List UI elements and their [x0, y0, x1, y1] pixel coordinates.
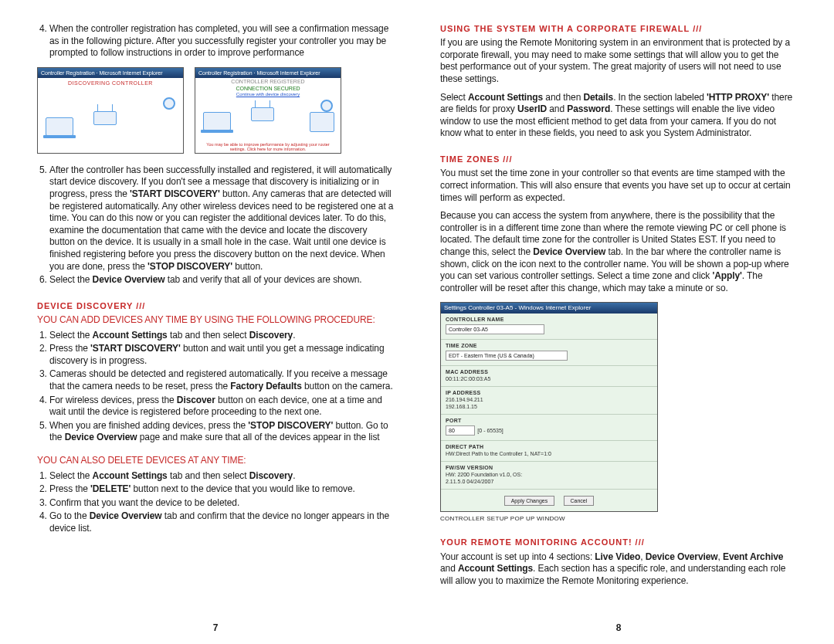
two-page-spread: When the controller registration has com… [0, 0, 834, 644]
laptop-icon [203, 112, 231, 130]
del-step-2: Press the 'DELETE' button next to the de… [49, 483, 394, 496]
page-number-right: 8 [440, 622, 797, 636]
settings-buttons: Apply Changes Cancel [441, 490, 657, 511]
right-content: USING THE SYSTEM WITH A CORPORATE FIREWA… [440, 23, 797, 593]
row-controller-name: CONTROLLER NAME Controller 03-A5 [441, 314, 657, 340]
registration-steps-continued-2: After the controller has been successful… [37, 164, 394, 286]
add-step-5: When you are finished adding devices, pr… [49, 420, 394, 444]
apply-button: Apply Changes [504, 496, 554, 506]
heading-device-discovery: DEVICE DISCOVERY /// [37, 300, 394, 311]
camera-icon [320, 100, 333, 112]
fig2-line1: CONTROLLER REGISTERED [195, 78, 341, 85]
fig1-titlebar: Controller Registration · Microsoft Inte… [38, 68, 183, 78]
delete-device-steps: Select the Account Settings tab and then… [37, 470, 394, 535]
t: tab and verify that all of your devices … [165, 274, 362, 285]
hint: [0 - 65535] [477, 428, 503, 433]
fig2-titlebar: Controller Registration · Microsoft Inte… [195, 68, 341, 78]
fig2-line2: CONNECTION SECURED [195, 85, 341, 92]
add-step-2: Press the 'START DISCOVERY' button and w… [49, 343, 394, 367]
router-icon [251, 107, 274, 121]
lbl: PORT [446, 417, 653, 424]
val: HW: 2200 Foundation v1.0, OS: 2.11.5.0 0… [446, 471, 653, 485]
add-step-1: Select the Account Settings tab and then… [49, 330, 394, 342]
acct-paragraph: Your account is set up into 4 sections: … [440, 551, 797, 588]
t: button. [232, 261, 263, 272]
page-right: USING THE SYSTEM WITH A CORPORATE FIREWA… [417, 0, 834, 644]
row-port: PORT 80 [0 - 65535] [441, 415, 657, 441]
lbl: MAC ADDRESS [446, 368, 653, 375]
fig2-footnote: You may be able to improve performance b… [198, 142, 337, 151]
del-step-4: Go to the Device Overview tab and confir… [49, 510, 394, 534]
fig2-link: Continue with device discovery [195, 92, 341, 98]
val: EDT - Eastern Time (US & Canada) [446, 351, 568, 361]
registration-steps-continued: When the controller registration has com… [37, 23, 394, 59]
val: 00:11:2C:00:03:A5 [446, 375, 653, 382]
settings-caption: CONTROLLER SETUP POP UP WINDOW [440, 515, 797, 523]
controller-settings-window: Settings Controller 03-A5 - Windows Inte… [440, 302, 658, 512]
val: 80 [446, 425, 475, 436]
row-ip: IP ADDRESS 216.194.94.211 192.168.1.15 [441, 387, 657, 415]
router-icon [93, 111, 117, 125]
cancel-button: Cancel [564, 496, 595, 506]
t: Select the [49, 274, 93, 285]
page-left: When the controller registration has com… [0, 0, 417, 644]
settings-titlebar: Settings Controller 03-A5 - Windows Inte… [441, 303, 657, 314]
add-step-3: Cameras should be detected and registere… [49, 368, 394, 392]
subhead-add-devices: YOU CAN ADD DEVICES ANY TIME BY USING TH… [37, 314, 394, 327]
subhead-delete-devices: YOU CAN ALSO DELETE DEVICES AT ANY TIME: [37, 455, 394, 467]
fw-paragraph-2: Select Account Settings and then Details… [440, 92, 797, 140]
camera-icon [163, 97, 175, 110]
fig1-body [38, 86, 183, 150]
lbl: IP ADDRESS [446, 389, 653, 396]
page-number-left: 7 [37, 622, 394, 636]
figures-row: Controller Registration · Microsoft Inte… [37, 67, 394, 154]
lbl: DIRECT PATH [446, 443, 653, 450]
figure-discovering: Controller Registration · Microsoft Inte… [37, 67, 184, 154]
row-mac: MAC ADDRESS 00:11:2C:00:03:A5 [441, 366, 657, 387]
heading-time-zones: TIME ZONES /// [440, 154, 797, 164]
t: 'STOP DISCOVERY' [147, 261, 232, 272]
tz-paragraph-1: You must set the time zone in your contr… [440, 168, 797, 204]
val: HW:Direct Path to the Controller 1, NAT=… [446, 450, 653, 457]
row-direct-path: DIRECT PATH HW:Direct Path to the Contro… [441, 441, 657, 462]
add-device-steps: Select the Account Settings tab and then… [37, 330, 394, 444]
t: Device Overview [93, 274, 165, 285]
laptop-icon [46, 117, 73, 136]
val: Controller 03-A5 [446, 324, 544, 334]
add-step-4: For wireless devices, press the Discover… [49, 395, 394, 419]
lbl: FW/SW VERSION [446, 464, 653, 471]
lbl: CONTROLLER NAME [446, 316, 653, 323]
row-fw-sw: FW/SW VERSION HW: 2200 Foundation v1.0, … [441, 462, 657, 490]
server-icon [310, 112, 334, 132]
tz-paragraph-2: Because you can access the system from a… [440, 210, 797, 294]
figure-registered: Controller Registration · Microsoft Inte… [195, 67, 341, 154]
fig1-caption: DISCOVERING CONTROLLER [38, 80, 183, 86]
step-5: After the controller has been successful… [49, 164, 394, 273]
fw-paragraph-1: If you are using the Remote Monitoring s… [440, 37, 797, 85]
del-step-1: Select the Account Settings tab and then… [49, 470, 394, 483]
heading-remote-account: YOUR REMOTE MONITORING ACCOUNT! /// [440, 537, 797, 547]
step-4: When the controller registration has com… [49, 23, 394, 59]
heading-corporate-firewall: USING THE SYSTEM WITH A CORPORATE FIREWA… [440, 23, 797, 34]
del-step-3: Confirm that you want the device to be d… [49, 497, 394, 510]
t: button. Any cameras that are detected wi… [49, 188, 393, 272]
step-6: Select the Device Overview tab and verif… [49, 274, 394, 286]
t: 'START DISCOVERY' [130, 188, 220, 199]
row-time-zone: TIME ZONE EDT - Eastern Time (US & Canad… [441, 340, 657, 366]
fig2-body [195, 98, 341, 135]
val: 216.194.94.211 192.168.1.15 [446, 396, 653, 410]
lbl: TIME ZONE [446, 342, 653, 349]
left-content: When the controller registration has com… [37, 23, 394, 543]
